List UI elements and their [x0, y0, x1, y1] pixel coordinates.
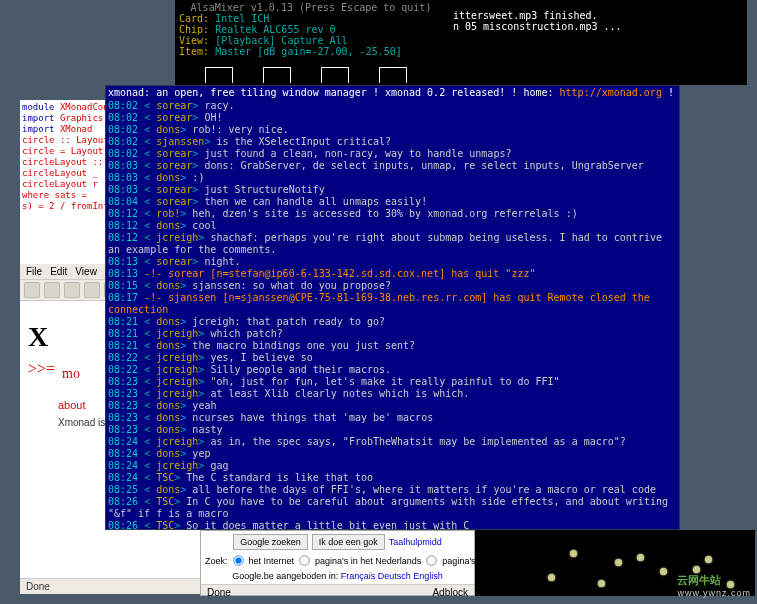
- irc-line: 08:26 < TSC> In C you have to be careful…: [108, 496, 677, 520]
- scope-be-radio[interactable]: [427, 555, 437, 565]
- irc-line: 08:02 < sorear> OH!: [108, 112, 677, 124]
- mpd-line: ittersweet.mp3 finished.: [453, 10, 741, 21]
- search-buttons: Google zoeken Ik doe een gok Taalhulpmid…: [201, 531, 474, 553]
- irc-line: 08:03 < dons> :): [108, 172, 677, 184]
- xmonad-logo: X >>= mo: [28, 321, 80, 385]
- irc-line: 08:23 < jcreigh> at least Xlib clearly n…: [108, 388, 677, 400]
- adblock-indicator[interactable]: Adblock: [432, 587, 468, 598]
- irc-line: 08:02 < sjanssen> is the XSelectInput cr…: [108, 136, 677, 148]
- irc-line: 08:23 < dons> yeah: [108, 400, 677, 412]
- topic-home-link[interactable]: http://xmonad.org: [560, 87, 662, 98]
- lang-en-link[interactable]: English: [413, 571, 443, 581]
- scope-nl-radio[interactable]: [299, 555, 309, 565]
- irc-line: 08:03 < sorear> dons: GrabServer, de sel…: [108, 160, 677, 172]
- irc-line: 08:23 < jcreigh> "oh, just for fun, let'…: [108, 376, 677, 388]
- alsamixer-row: Item: Master [dB gain=-27.00, -25.50]: [179, 46, 443, 57]
- lang-fr-link[interactable]: Français: [341, 571, 376, 581]
- mixer-bar[interactable]: [321, 67, 349, 83]
- irc-line: 08:12 < jcreigh> shachaf: perhaps you're…: [108, 232, 677, 256]
- irc-line: 08:15 < dons> sjanssen: so what do you p…: [108, 280, 677, 292]
- irc-terminal[interactable]: xmonad: an open, free tiling window mana…: [105, 85, 680, 530]
- irc-line: 08:13 < sorear> night.: [108, 256, 677, 268]
- irc-line: 08:23 < dons> ncurses have things that '…: [108, 412, 677, 424]
- irc-line: 08:04 < sorear> then we can handle all u…: [108, 196, 677, 208]
- menu-file[interactable]: File: [26, 266, 42, 277]
- reload-button[interactable]: [64, 282, 80, 298]
- search-scope-row: Zoek: het Internet pagina's in het Neder…: [201, 553, 474, 568]
- irc-line: 08:24 < jcreigh> gag: [108, 460, 677, 472]
- lang-de-link[interactable]: Deutsch: [378, 571, 411, 581]
- irc-line: 08:26 < TSC> So it does matter a little …: [108, 520, 677, 530]
- alsamixer-row: Chip: Realtek ALC655 rev 0: [179, 24, 443, 35]
- gbrowser-statusbar: Done Adblock: [201, 584, 474, 600]
- page-nav: about: [58, 399, 86, 411]
- stop-button[interactable]: [84, 282, 100, 298]
- offered-in-row: Google.be aangeboden in: Français Deutsc…: [201, 568, 474, 584]
- mpd-line: n 05 misconstruction.mp3 ...: [453, 21, 741, 32]
- google-browser-window: Google zoeken Ik doe een gok Taalhulpmid…: [200, 530, 475, 596]
- irc-line: 08:24 < jcreigh> as in, the spec says, "…: [108, 436, 677, 448]
- google-search-button[interactable]: Google zoeken: [233, 534, 308, 550]
- mixer-bar[interactable]: [379, 67, 407, 83]
- irc-line: 08:23 < dons> nasty: [108, 424, 677, 436]
- irc-line: 08:03 < sorear> just StructureNotify: [108, 184, 677, 196]
- forward-button[interactable]: [44, 282, 60, 298]
- irc-log[interactable]: 08:02 < sorear> racy.08:02 < sorear> OH!…: [106, 100, 679, 530]
- watermark: 云网牛站 www.ywnz.com: [677, 573, 751, 598]
- mixer-bar[interactable]: [263, 67, 291, 83]
- scope-internet-radio[interactable]: [233, 555, 243, 565]
- alsamixer-window: AlsaMixer v1.0.13 (Press Escape to quit)…: [175, 0, 447, 85]
- irc-line: 08:24 < TSC> The C standard is like that…: [108, 472, 677, 484]
- irc-line: 08:17 -!- sjanssen [n=sjanssen@CPE-75-81…: [108, 292, 677, 316]
- language-tools-link[interactable]: Taalhulpmidd: [389, 537, 442, 547]
- irc-line: 08:21 < dons> jcreigh: that patch ready …: [108, 316, 677, 328]
- irc-line: 08:02 < sorear> racy.: [108, 100, 677, 112]
- nav-about[interactable]: about: [58, 399, 86, 411]
- irc-line: 08:21 < dons> the macro bindings one you…: [108, 340, 677, 352]
- mixer-bar[interactable]: [205, 67, 233, 83]
- alsamixer-title: AlsaMixer v1.0.13 (Press Escape to quit): [179, 2, 443, 13]
- irc-line: 08:02 < sorear> just found a clean, non-…: [108, 148, 677, 160]
- irc-line: 08:24 < dons> yep: [108, 448, 677, 460]
- irc-line: 08:02 < dons> rob!: very nice.: [108, 124, 677, 136]
- irc-line: 08:12 < dons> cool: [108, 220, 677, 232]
- back-button[interactable]: [24, 282, 40, 298]
- zoek-label: Zoek:: [205, 556, 228, 566]
- menu-edit[interactable]: Edit: [50, 266, 67, 277]
- irc-line: 08:22 < jcreigh> yes, I believe so: [108, 352, 677, 364]
- irc-topic: xmonad: an open, free tiling window mana…: [106, 86, 679, 100]
- alsamixer-channel-bars[interactable]: [205, 67, 407, 83]
- mpd-status-window: ittersweet.mp3 finished. n 05 misconstru…: [447, 0, 747, 85]
- irc-line: 08:21 < jcreigh> which patch?: [108, 328, 677, 340]
- irc-line: 08:22 < jcreigh> Silly people and their …: [108, 364, 677, 376]
- alsamixer-row: Card: Intel ICH: [179, 13, 443, 24]
- feeling-lucky-button[interactable]: Ik doe een gok: [312, 534, 385, 550]
- irc-line: 08:25 < dons> all before the days of FFI…: [108, 484, 677, 496]
- irc-line: 08:13 -!- sorear [n=stefan@ip60-6-133-14…: [108, 268, 677, 280]
- menu-view[interactable]: View: [75, 266, 97, 277]
- irc-line: 08:12 < rob!> heh, dzen's site is access…: [108, 208, 677, 220]
- alsamixer-row: View: [Playback] Capture All: [179, 35, 443, 46]
